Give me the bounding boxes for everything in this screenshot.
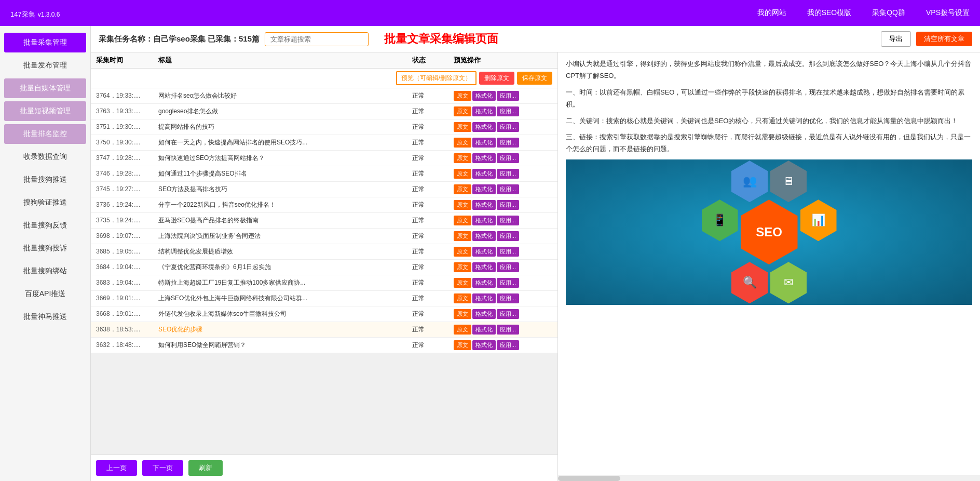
btn-yingyin-3[interactable]: 应用... xyxy=(497,138,519,148)
table-row[interactable]: 3638．18:53:.... SEO优化的步骤 正常 原文 格式化 应用... xyxy=(91,322,557,338)
row-title: 外链代发包收录上海新媒体seo牛巨微科技公司 xyxy=(158,310,412,318)
btn-yuanwen-1[interactable]: 原文 xyxy=(454,106,471,116)
btn-yingyin-6[interactable]: 应用... xyxy=(497,184,519,194)
btn-yuanwen-15[interactable]: 原文 xyxy=(454,325,471,335)
btn-yingyin-2[interactable]: 应用... xyxy=(497,122,519,132)
nav-qq-group[interactable]: 采集QQ群 xyxy=(872,8,905,18)
btn-yingyin-5[interactable]: 应用... xyxy=(497,169,519,179)
btn-geshi-8[interactable]: 格式化 xyxy=(472,216,496,225)
table-row[interactable]: 3669．19:01:.... 上海SEO优化外包上海牛巨微网络科技有限公司站群… xyxy=(91,291,557,306)
sidebar-item-collect-manage[interactable]: 批量采集管理 xyxy=(4,33,86,52)
export-button[interactable]: 导出 xyxy=(881,31,911,47)
btn-yuanwen-5[interactable]: 原文 xyxy=(454,169,471,179)
prev-page-button[interactable]: 上一页 xyxy=(96,460,137,476)
btn-yuanwen-7[interactable]: 原文 xyxy=(454,200,471,210)
btn-yuanwen-11[interactable]: 原文 xyxy=(454,262,471,272)
btn-yingyin-15[interactable]: 应用... xyxy=(497,325,519,335)
btn-geshi-3[interactable]: 格式化 xyxy=(472,138,496,148)
btn-yuanwen-8[interactable]: 原文 xyxy=(454,216,471,225)
horizontal-scrollbar[interactable] xyxy=(558,475,980,481)
btn-yingyin-1[interactable]: 应用... xyxy=(497,106,519,116)
table-row[interactable]: 3684．19:04:.... 《宁夏优化营商环境条例》6月1日起实施 正常 原… xyxy=(91,260,557,275)
btn-geshi-6[interactable]: 格式化 xyxy=(472,184,496,194)
row-status: 正常 xyxy=(412,169,454,178)
table-row[interactable]: 3683．19:04:.... 特斯拉上海超级工厂19日复工推动100多家供应商… xyxy=(91,275,557,291)
btn-geshi-16[interactable]: 格式化 xyxy=(472,340,496,350)
btn-yingyin-14[interactable]: 应用... xyxy=(497,309,519,319)
btn-geshi-1[interactable]: 格式化 xyxy=(472,106,496,116)
btn-yingyin-11[interactable]: 应用... xyxy=(497,262,519,272)
table-row[interactable]: 3668．19:01:.... 外链代发包收录上海新媒体seo牛巨微科技公司 正… xyxy=(91,306,557,322)
row-ops: 原文 格式化 应用... xyxy=(454,91,552,101)
btn-yingyin-10[interactable]: 应用... xyxy=(497,247,519,257)
btn-yuanwen-2[interactable]: 原文 xyxy=(454,122,471,132)
btn-yuanwen-3[interactable]: 原文 xyxy=(454,138,471,148)
sidebar-item-publish-manage[interactable]: 批量发布管理 xyxy=(4,56,86,75)
btn-yuanwen-14[interactable]: 原文 xyxy=(454,309,471,319)
table-row[interactable]: 3685．19:05:.... 结构调整优化发展提质增效 正常 原文 格式化 应… xyxy=(91,244,557,260)
row-status: 正常 xyxy=(412,138,454,147)
table-row[interactable]: 3746．19:28:.... 如何通过11个步骤提高SEO排名 正常 原文 格… xyxy=(91,166,557,182)
btn-yingyin-8[interactable]: 应用... xyxy=(497,216,519,225)
btn-geshi-11[interactable]: 格式化 xyxy=(472,262,496,272)
btn-yingyin-4[interactable]: 应用... xyxy=(497,153,519,163)
btn-geshi-15[interactable]: 格式化 xyxy=(472,325,496,335)
sidebar-item-sougou-push[interactable]: 批量搜狗推送 xyxy=(4,170,86,190)
btn-geshi-2[interactable]: 格式化 xyxy=(472,122,496,132)
table-row[interactable]: 3735．19:24:.... 亚马逊SEO提高产品排名的终极指南 正常 原文 … xyxy=(91,213,557,229)
btn-yingyin-16[interactable]: 应用... xyxy=(497,340,519,350)
btn-geshi-7[interactable]: 格式化 xyxy=(472,200,496,210)
btn-geshi-12[interactable]: 格式化 xyxy=(472,278,496,288)
sidebar-item-sougou-complaint[interactable]: 批量搜狗投诉 xyxy=(4,238,86,258)
table-row[interactable]: 3764．19:33:.... 网站排名seo怎么做会比较好 正常 原文 格式化… xyxy=(91,88,557,104)
sidebar-item-sougou-bind[interactable]: 批量搜狗绑站 xyxy=(4,261,86,281)
table-row[interactable]: 3632．18:48:.... 如何利用SEO做全网霸屏营销？ 正常 原文 格式… xyxy=(91,338,557,353)
nav-vps[interactable]: VPS拨号设置 xyxy=(926,8,970,18)
btn-yuanwen-4[interactable]: 原文 xyxy=(454,153,471,163)
btn-geshi-9[interactable]: 格式化 xyxy=(472,231,496,241)
nav-my-site[interactable]: 我的网站 xyxy=(757,8,786,18)
btn-yuanwen-6[interactable]: 原文 xyxy=(454,184,471,194)
btn-geshi-4[interactable]: 格式化 xyxy=(472,153,496,163)
row-time: 3763．19:33:.... xyxy=(96,107,158,116)
sidebar-item-shenma-push[interactable]: 批量神马推送 xyxy=(4,307,86,327)
btn-geshi-14[interactable]: 格式化 xyxy=(472,309,496,319)
sidebar-item-sougou-verify[interactable]: 搜狗验证推送 xyxy=(4,193,86,212)
btn-geshi-10[interactable]: 格式化 xyxy=(472,247,496,257)
sidebar-item-baidu-api[interactable]: 百度API推送 xyxy=(4,284,86,304)
table-row[interactable]: 3751．19:30:.... 提高网站排名的技巧 正常 原文 格式化 应用..… xyxy=(91,119,557,135)
btn-yuanwen-12[interactable]: 原文 xyxy=(454,278,471,288)
btn-geshi-5[interactable]: 格式化 xyxy=(472,169,496,179)
btn-yingyin-7[interactable]: 应用... xyxy=(497,200,519,210)
btn-yuanwen-9[interactable]: 原文 xyxy=(454,231,471,241)
table-row[interactable]: 3763．19:33:.... googleseo排名怎么做 正常 原文 格式化… xyxy=(91,104,557,119)
table-row[interactable]: 3736．19:24:.... 分享一个2022新风口，抖音seo优化排名！ 正… xyxy=(91,197,557,213)
btn-geshi-13[interactable]: 格式化 xyxy=(472,293,496,303)
btn-yuanwen-0[interactable]: 原文 xyxy=(454,91,471,101)
btn-yingyin-9[interactable]: 应用... xyxy=(497,231,519,241)
delete-original-button[interactable]: 删除原文 xyxy=(479,72,514,85)
clear-all-button[interactable]: 清空所有文章 xyxy=(916,32,972,46)
refresh-button[interactable]: 刷新 xyxy=(188,460,223,476)
sidebar-item-media-manage[interactable]: 批量自媒体管理 xyxy=(4,78,86,98)
btn-geshi-0[interactable]: 格式化 xyxy=(472,91,496,101)
btn-yingyin-12[interactable]: 应用... xyxy=(497,278,519,288)
table-row[interactable]: 3745．19:27:.... SEO方法及提高排名技巧 正常 原文 格式化 应… xyxy=(91,182,557,197)
btn-yuanwen-16[interactable]: 原文 xyxy=(454,340,471,350)
btn-yuanwen-13[interactable]: 原文 xyxy=(454,293,471,303)
table-row[interactable]: 3750．19:30:.... 如何在一天之内，快速提高网站排名的使用SEO技巧… xyxy=(91,135,557,151)
btn-yuanwen-10[interactable]: 原文 xyxy=(454,247,471,257)
sidebar-item-video-manage[interactable]: 批量短视频管理 xyxy=(4,101,86,121)
row-status: 正常 xyxy=(412,263,454,272)
nav-my-seo[interactable]: 我的SEO模版 xyxy=(807,8,852,18)
search-input[interactable] xyxy=(265,32,369,46)
sidebar-item-sougou-feedback[interactable]: 批量搜狗反馈 xyxy=(4,216,86,235)
next-page-button[interactable]: 下一页 xyxy=(142,460,183,476)
btn-yingyin-0[interactable]: 应用... xyxy=(497,91,519,101)
sidebar-item-rank-monitor[interactable]: 批量排名监控 xyxy=(4,124,86,144)
table-row[interactable]: 3698．19:07:.... 上海法院判决'负面压制业务'合同违法 正常 原文… xyxy=(91,229,557,244)
btn-yingyin-13[interactable]: 应用... xyxy=(497,293,519,303)
sidebar-item-data-query[interactable]: 收录数据查询 xyxy=(4,147,86,167)
save-original-button[interactable]: 保存原文 xyxy=(517,72,552,85)
table-row[interactable]: 3747．19:28:.... 如何快速通过SEO方法提高网站排名？ 正常 原文… xyxy=(91,151,557,166)
